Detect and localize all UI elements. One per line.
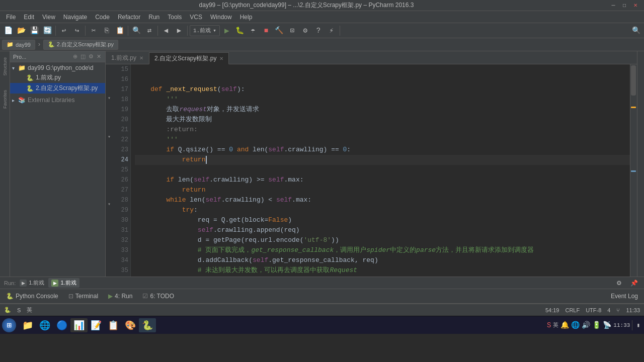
maximize-button[interactable]: □ bbox=[620, 2, 629, 9]
tree-arrow-extlibs: ▸ bbox=[12, 98, 18, 103]
forward-button[interactable]: ▶ bbox=[173, 25, 185, 37]
status-crlf[interactable]: CRLF bbox=[565, 307, 580, 313]
debug-button[interactable]: 🐛 bbox=[234, 25, 246, 37]
build-button[interactable]: 🔨 bbox=[273, 25, 285, 37]
tree-item-file1[interactable]: 🐍 1.前戏.py bbox=[10, 72, 105, 83]
menu-navigate[interactable]: Navigate bbox=[59, 11, 91, 23]
taskbar-app4[interactable]: 🎨 bbox=[122, 318, 139, 332]
taskbar-browser2[interactable]: 🔵 bbox=[53, 318, 70, 332]
app3-icon: 📋 bbox=[108, 320, 119, 331]
stop-button[interactable]: ■ bbox=[260, 25, 272, 37]
taskbar-browser1[interactable]: 🌐 bbox=[36, 318, 53, 332]
code-content[interactable]: def _next_request(self): ''' 去取request对象… bbox=[131, 64, 630, 277]
back-button[interactable]: ◀ bbox=[160, 25, 172, 37]
tab-close-file1[interactable]: ✕ bbox=[139, 55, 143, 61]
ln-15: 15 bbox=[113, 64, 128, 74]
copy-button[interactable]: ⎘ bbox=[101, 25, 113, 37]
new-file-button[interactable]: 📄 bbox=[2, 25, 14, 37]
redo-button[interactable]: ↪ bbox=[71, 25, 83, 37]
tree-item-day99[interactable]: ▾ 📁 day99 G:\python_code\d bbox=[10, 63, 105, 72]
run-item-1[interactable]: ▶ 1.前戏 bbox=[20, 279, 44, 287]
favorites-tab[interactable]: Favorites bbox=[3, 88, 8, 111]
save-button[interactable]: 💾 bbox=[28, 25, 40, 37]
paste-button[interactable]: 📋 bbox=[114, 25, 126, 37]
menu-run[interactable]: Run bbox=[144, 11, 164, 23]
tree-label-file2: 2.自定义Scrapy框架.py bbox=[36, 84, 98, 93]
menu-vcs[interactable]: VCS bbox=[186, 11, 206, 23]
taskbar-app2[interactable]: 📝 bbox=[88, 318, 105, 332]
code-line-29: try: bbox=[135, 205, 630, 215]
toolbar-separator-6 bbox=[340, 26, 340, 36]
taskbar-pycharm[interactable]: 🐍 bbox=[139, 318, 156, 332]
open-button[interactable]: 📂 bbox=[15, 25, 27, 37]
menu-tools[interactable]: Tools bbox=[164, 11, 186, 23]
scrollbar-thumb[interactable] bbox=[631, 65, 636, 96]
status-encoding[interactable]: UTF-8 bbox=[586, 307, 601, 313]
tree-item-extlibs[interactable]: ▸ 📚 External Libraries bbox=[10, 96, 105, 105]
menu-view[interactable]: View bbox=[38, 11, 59, 23]
close-button[interactable]: ✕ bbox=[631, 2, 640, 9]
breadcrumb-file-item[interactable]: 🐍 2.自定义Scrapy框架.py bbox=[43, 40, 118, 50]
replace-button[interactable]: ⇄ bbox=[143, 25, 155, 37]
help-button[interactable]: ? bbox=[312, 25, 325, 37]
system-tray: S 英 🔔 🌐 🔊 🔋 📡 11:33 ▮ bbox=[547, 320, 642, 330]
bottom-tab-todo[interactable]: ☑ 6: TODO bbox=[138, 291, 178, 301]
tab-file2[interactable]: 2.自定义Scrapy框架.py ✕ bbox=[149, 52, 229, 64]
panel-settings-button[interactable]: ⚙ bbox=[88, 53, 95, 60]
panel-collapse-button[interactable]: ◫ bbox=[79, 53, 87, 60]
structure-tab[interactable]: Structure bbox=[3, 55, 8, 78]
tray-icon-1: S bbox=[547, 321, 551, 329]
code-editor[interactable]: ▾ ▾ ▾ 15 bbox=[106, 64, 637, 277]
code-line-18: ''' bbox=[135, 95, 630, 105]
taskbar-app1[interactable]: 📊 bbox=[70, 318, 88, 332]
gutter-18[interactable]: ▾ bbox=[108, 94, 111, 103]
start-button[interactable]: ⊞ bbox=[2, 318, 16, 332]
terminal-button[interactable]: ⊡ bbox=[286, 25, 298, 37]
right-scrollbar[interactable] bbox=[630, 64, 637, 277]
taskbar-app3[interactable]: 📋 bbox=[105, 318, 122, 332]
run-config-dropdown[interactable]: 1.前戏 ▾ bbox=[190, 25, 220, 36]
run-item-2[interactable]: ▶ 1.前戏 bbox=[48, 278, 79, 288]
settings-button[interactable]: ⚙ bbox=[299, 25, 311, 37]
gutter-22[interactable]: ▾ bbox=[108, 132, 111, 141]
run-bar-pin-button[interactable]: 📌 bbox=[628, 277, 640, 289]
status-lang-cn: 英 bbox=[27, 306, 32, 314]
tab-file1[interactable]: 1.前戏.py ✕ bbox=[106, 52, 149, 64]
tree-item-file2[interactable]: 🐍 2.自定义Scrapy框架.py bbox=[10, 83, 105, 94]
bottom-tab-run[interactable]: ▶ 4: Run bbox=[104, 291, 136, 301]
panel-sync-button[interactable]: ⊕ bbox=[72, 53, 78, 60]
search-button[interactable]: 🔍 bbox=[130, 25, 142, 37]
gutter-29[interactable]: ▾ bbox=[108, 200, 111, 209]
undo-button[interactable]: ↩ bbox=[58, 25, 70, 37]
code-line-35: # 未达到最大并发数，可以再去调度器中获取Request bbox=[135, 265, 630, 276]
minimize-button[interactable]: ─ bbox=[609, 2, 618, 9]
menu-window[interactable]: Window bbox=[206, 11, 236, 23]
menu-edit[interactable]: Edit bbox=[20, 11, 38, 23]
menu-code[interactable]: Code bbox=[91, 11, 114, 23]
panel-hide-button[interactable]: ✕ bbox=[96, 53, 102, 60]
menu-refactor[interactable]: Refactor bbox=[114, 11, 144, 23]
tray-desktop-button[interactable]: ▮ bbox=[634, 322, 642, 328]
bottom-tab-terminal[interactable]: ⊡ Terminal bbox=[64, 291, 102, 301]
search-everywhere-button[interactable]: 🔍 bbox=[630, 25, 642, 37]
taskbar-file-explorer[interactable]: 📁 bbox=[19, 318, 36, 332]
cut-button[interactable]: ✂ bbox=[88, 25, 100, 37]
project-breadcrumb-item[interactable]: 📁 day99 bbox=[2, 40, 35, 50]
coverage-button[interactable]: ☂ bbox=[247, 25, 259, 37]
bottom-tab-event-log[interactable]: Event Log bbox=[607, 291, 642, 301]
python-console-label: Python Console bbox=[16, 293, 58, 300]
bottom-tab-python-console[interactable]: 🐍 Python Console bbox=[2, 291, 62, 301]
sync-button[interactable]: 🔄 bbox=[41, 25, 53, 37]
ln-26: 26 bbox=[113, 175, 128, 185]
tab-close-file2[interactable]: ✕ bbox=[219, 56, 223, 61]
project-tree: ▾ 📁 day99 G:\python_code\d 🐍 1.前戏.py 🐍 2… bbox=[10, 62, 105, 277]
menu-file[interactable]: File bbox=[2, 11, 20, 23]
status-position[interactable]: 54:19 bbox=[545, 307, 559, 313]
run-bar-settings-button[interactable]: ⚙ bbox=[613, 277, 625, 289]
menu-help[interactable]: Help bbox=[236, 11, 257, 23]
todo-icon: ☑ bbox=[142, 293, 148, 300]
action-button[interactable]: ⚡ bbox=[326, 25, 338, 37]
run-button[interactable]: ▶ bbox=[221, 25, 233, 37]
app4-icon: 🎨 bbox=[125, 320, 136, 331]
warning-marker bbox=[631, 107, 636, 108]
